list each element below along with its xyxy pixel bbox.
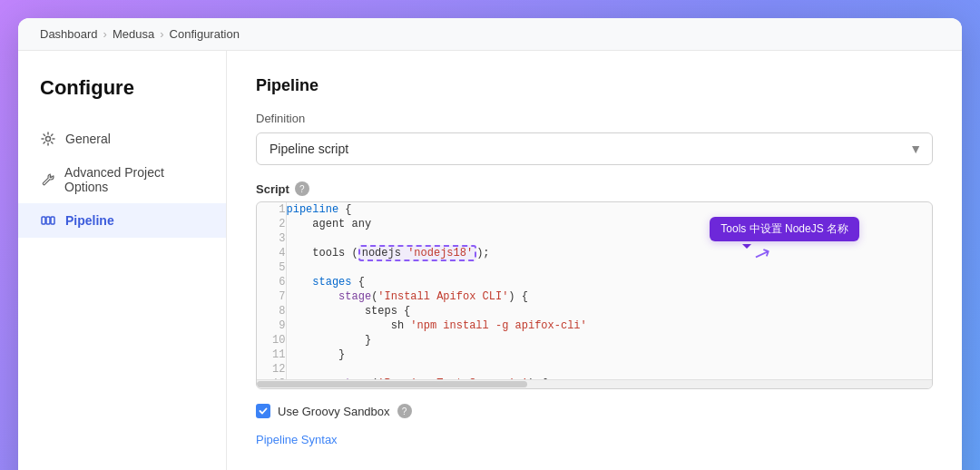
- table-row: 4 tools (nodejs 'nodejs18');: [257, 246, 932, 260]
- code-editor[interactable]: Tools 中设置 NodeJS 名称 ↙ 1 pipeline { 2 age…: [256, 201, 933, 389]
- table-row: 1 pipeline {: [257, 202, 932, 217]
- sidebar: Configure General Advanced P: [18, 51, 227, 470]
- sidebar-title: Configure: [18, 76, 226, 122]
- script-label-row: Script ?: [256, 181, 933, 196]
- definition-label: Definition: [256, 112, 933, 125]
- svg-rect-3: [51, 217, 54, 224]
- table-row: 9 sh 'npm install -g apifox-cli': [257, 318, 932, 333]
- table-row: 7 stage('Install Apifox CLI') {: [257, 289, 932, 304]
- table-row: 12: [257, 362, 932, 377]
- line-code: }: [286, 333, 932, 348]
- wrench-icon: [40, 171, 55, 188]
- line-number: 7: [257, 289, 286, 304]
- line-number: 9: [257, 318, 286, 333]
- line-code: pipeline {: [286, 202, 932, 217]
- tooltip-balloon: Tools 中设置 NodeJS 名称: [710, 217, 859, 241]
- line-number: 3: [257, 231, 286, 246]
- groovy-help-icon[interactable]: ?: [397, 404, 412, 418]
- table-row: 6 stages {: [257, 275, 932, 289]
- line-number: 6: [257, 275, 286, 289]
- line-code: stages {: [286, 275, 932, 289]
- help-icon[interactable]: ?: [295, 181, 309, 196]
- page-title: Pipeline: [256, 76, 933, 95]
- sidebar-item-general[interactable]: General: [18, 122, 226, 156]
- svg-rect-1: [42, 217, 45, 224]
- line-number: 5: [257, 260, 286, 275]
- line-number: 12: [257, 362, 286, 377]
- table-row: 5: [257, 260, 932, 275]
- line-code: sh 'npm install -g apifox-cli': [286, 318, 932, 333]
- table-row: 11 }: [257, 348, 932, 362]
- definition-select[interactable]: Pipeline script: [256, 132, 933, 165]
- line-number: 11: [257, 348, 286, 362]
- table-row: 8 steps {: [257, 304, 932, 318]
- line-code: }: [286, 348, 932, 362]
- breadcrumb-sep-2: ›: [160, 27, 163, 41]
- line-number: 2: [257, 217, 286, 231]
- line-number: 10: [257, 333, 286, 348]
- horizontal-scrollbar[interactable]: [257, 379, 932, 388]
- scrollbar-thumb[interactable]: [257, 381, 527, 387]
- groovy-sandbox-row: Use Groovy Sandbox ?: [256, 404, 933, 418]
- breadcrumb-current: Configuration: [170, 27, 240, 41]
- pipeline-syntax-link[interactable]: Pipeline Syntax: [256, 433, 338, 446]
- groovy-sandbox-label: Use Groovy Sandbox: [278, 405, 390, 418]
- breadcrumb-medusa[interactable]: Medusa: [113, 27, 154, 41]
- line-number: 1: [257, 202, 286, 217]
- line-number: 8: [257, 304, 286, 318]
- groovy-sandbox-checkbox[interactable]: [256, 404, 270, 418]
- line-code: steps {: [286, 304, 932, 318]
- breadcrumb-sep-1: ›: [103, 27, 107, 41]
- app-window: Dashboard › Medusa › Configuration Confi…: [18, 18, 962, 470]
- gear-icon: [40, 131, 56, 147]
- script-label: Script: [256, 182, 289, 196]
- line-code: stage('Install Apifox CLI') {: [286, 289, 932, 304]
- sidebar-label-general: General: [65, 132, 111, 146]
- line-code: [286, 362, 932, 377]
- sidebar-item-advanced[interactable]: Advanced Project Options: [18, 156, 226, 203]
- table-row: 10 }: [257, 333, 932, 348]
- svg-rect-2: [46, 217, 50, 224]
- main-content: Pipeline Definition Pipeline script ▼ Sc…: [227, 51, 962, 470]
- definition-select-wrapper: Pipeline script ▼: [256, 132, 933, 165]
- line-code: [286, 260, 932, 275]
- line-code: tools (nodejs 'nodejs18');: [286, 246, 932, 260]
- pipeline-icon: [40, 212, 56, 229]
- sidebar-label-pipeline: Pipeline: [65, 213, 114, 228]
- sidebar-item-pipeline[interactable]: Pipeline: [18, 203, 226, 238]
- line-number: 4: [257, 246, 286, 260]
- sidebar-label-advanced: Advanced Project Options: [64, 165, 204, 194]
- breadcrumb-dashboard[interactable]: Dashboard: [40, 27, 98, 41]
- svg-point-0: [46, 137, 51, 142]
- breadcrumb: Dashboard › Medusa › Configuration: [18, 18, 962, 51]
